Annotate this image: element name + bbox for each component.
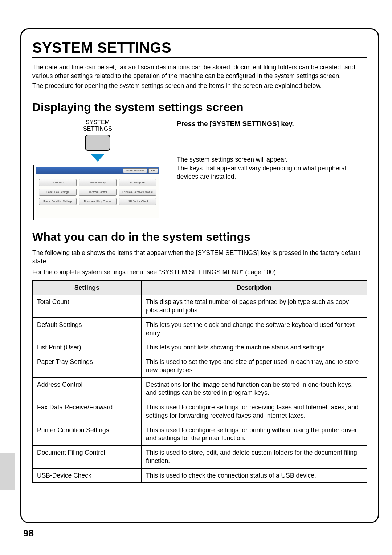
section-displaying-title: Displaying the system settings screen (32, 101, 367, 114)
page-number: 98 (23, 528, 34, 539)
table-header-row: Settings Description (33, 280, 367, 295)
cell-setting: Address Control (33, 377, 142, 400)
panel-topbar: Admin Password Exit (36, 167, 159, 174)
cell-desc: This is used to store, edit, and delete … (142, 446, 367, 469)
section-what-you-can-do-title: What you can do in the system settings (32, 230, 367, 244)
title-rule (32, 57, 367, 58)
panel-btn-total-count[interactable]: Total Count (39, 179, 77, 186)
cell-setting: List Print (User) (33, 340, 142, 355)
intro-paragraph-2: The procedure for opening the system set… (32, 82, 367, 90)
appear-text-2: The keys that appear will vary depending… (177, 164, 367, 181)
key-label-line2: SETTINGS (61, 126, 134, 132)
exit-button[interactable]: Exit (148, 168, 158, 173)
table-header-settings: Settings (33, 280, 142, 295)
cell-setting: Default Settings (33, 317, 142, 340)
intro-paragraph-1: The date and time can be set, fax and sc… (32, 63, 367, 80)
cell-setting: Printer Condition Settings (33, 423, 142, 446)
table-row: Document Filing Control This is used to … (33, 446, 367, 469)
table-row: Fax Data Receive/Forward This is used to… (33, 400, 367, 423)
cell-desc: This lets you set the clock and change t… (142, 317, 367, 340)
table-row: Address Control Destinations for the ima… (33, 377, 367, 400)
panel-btn-usb-check[interactable]: USB-Device Check (119, 198, 156, 205)
cell-desc: This is used to check the connection sta… (142, 468, 367, 483)
cell-desc: Destinations for the image send function… (142, 377, 367, 400)
system-settings-screen-panel: Admin Password Exit Total Count Default … (33, 165, 162, 220)
appear-text-1: The system settings screen will appear. (177, 155, 367, 164)
panel-btn-default-settings[interactable]: Default Settings (79, 179, 117, 186)
arrow-down-icon (90, 154, 105, 162)
cell-setting: Total Count (33, 295, 142, 318)
panel-btn-doc-filing[interactable]: Document Filing Control (79, 198, 117, 205)
cell-desc: This displays the total number of pages … (142, 295, 367, 318)
table-row: USB-Device Check This is used to check t… (33, 468, 367, 483)
table-row: Printer Condition Settings This is used … (33, 423, 367, 446)
table-row: Total Count This displays the total numb… (33, 295, 367, 318)
table-row: Default Settings This lets you set the c… (33, 317, 367, 340)
cell-desc: This is used to configure settings for r… (142, 400, 367, 423)
table-row: Paper Tray Settings This is used to set … (33, 355, 367, 378)
panel-btn-fax-data[interactable]: Fax Data Receive/Forward (119, 189, 156, 196)
side-tab (0, 453, 15, 490)
page-title: SYSTEM SETTINGS (32, 40, 367, 56)
cell-desc: This lets you print lists showing the ma… (142, 340, 367, 355)
admin-password-button[interactable]: Admin Password (123, 168, 147, 173)
cell-desc: This is used to configure settings for p… (142, 423, 367, 446)
table-row: List Print (User) This lets you print li… (33, 340, 367, 355)
panel-btn-printer-condition[interactable]: Printer Condition Settings (39, 198, 77, 205)
page-frame: SYSTEM SETTINGS The date and time can be… (20, 28, 379, 523)
table-header-description: Description (142, 280, 367, 295)
panel-btn-paper-tray[interactable]: Paper Tray Settings (39, 189, 77, 196)
panel-btn-list-print[interactable]: List Print (User) (119, 179, 156, 186)
press-heading: Press the [SYSTEM SETTINGS] key. (177, 120, 367, 128)
panel-btn-address-control[interactable]: Address Control (79, 189, 117, 196)
key-label-line1: SYSTEM (61, 119, 134, 126)
panel-body: Total Count Default Settings List Print … (36, 174, 159, 218)
cell-setting: Fax Data Receive/Forward (33, 400, 142, 423)
cell-setting: Document Filing Control (33, 446, 142, 469)
cell-setting: USB-Device Check (33, 468, 142, 483)
settings-table: Settings Description Total Count This di… (32, 280, 367, 483)
table-intro-2: For the complete system settings menu, s… (32, 268, 367, 277)
system-settings-key-button[interactable] (85, 135, 110, 151)
cell-setting: Paper Tray Settings (33, 355, 142, 378)
cell-desc: This is used to set the type and size of… (142, 355, 367, 378)
system-settings-key-block: SYSTEM SETTINGS (61, 119, 134, 162)
table-intro-1: The following table shows the items that… (32, 249, 367, 266)
